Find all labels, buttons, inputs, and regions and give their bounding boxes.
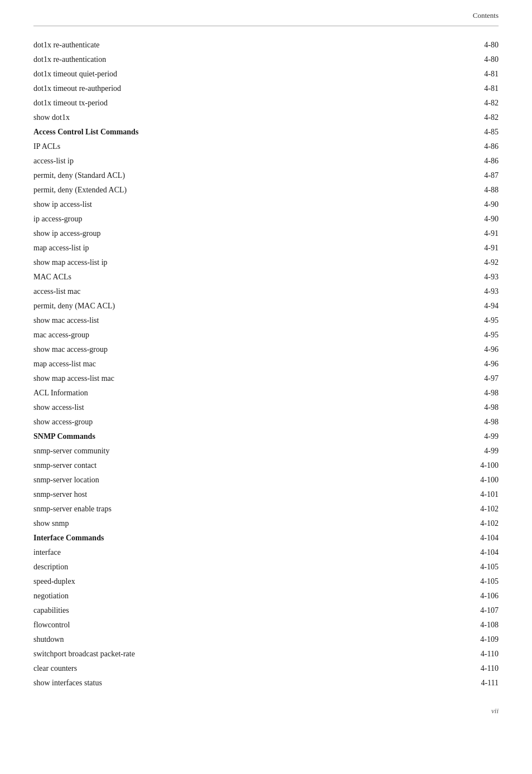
- toc-entry-label: show dot1x: [33, 110, 475, 124]
- toc-page-number: 4-98: [475, 400, 499, 414]
- toc-page-number: 4-86: [475, 153, 499, 168]
- toc-page-number: 4-104: [475, 545, 499, 559]
- toc-row: shutdown4-109: [33, 632, 499, 646]
- toc-page-number: 4-109: [475, 632, 499, 646]
- toc-entry-label: show mac access-group: [33, 342, 475, 356]
- toc-entry-label: switchport broadcast packet-rate: [33, 646, 475, 661]
- toc-entry-label: dot1x re-authentication: [33, 52, 475, 66]
- toc-page-number: 4-101: [475, 487, 499, 501]
- toc-entry-label: show snmp: [33, 516, 475, 530]
- toc-entry-label: show access-list: [33, 400, 475, 414]
- toc-entry-label: description: [33, 559, 475, 574]
- toc-page-number: 4-86: [475, 139, 499, 153]
- toc-page-number: 4-106: [475, 588, 499, 603]
- toc-page-number: 4-85: [475, 124, 499, 139]
- toc-page-number: 4-93: [475, 284, 499, 298]
- toc-entry-label: show map access-list mac: [33, 371, 475, 385]
- toc-row: show access-list4-98: [33, 400, 499, 414]
- toc-entry-label: snmp-server contact: [33, 458, 475, 472]
- toc-page-number: 4-100: [475, 472, 499, 487]
- toc-page-number: 4-94: [475, 298, 499, 313]
- toc-row: permit, deny (Standard ACL)4-87: [33, 168, 499, 182]
- toc-row: show ip access-list4-90: [33, 197, 499, 211]
- toc-page-number: 4-102: [475, 516, 499, 530]
- toc-page-number: 4-105: [475, 574, 499, 588]
- toc-row: show mac access-list4-95: [33, 313, 499, 327]
- header-title: Contents: [473, 11, 499, 20]
- toc-page-number: 4-111: [475, 675, 499, 690]
- toc-entry-label: speed-duplex: [33, 574, 475, 588]
- toc-row: access-list mac4-93: [33, 284, 499, 298]
- toc-page-number: 4-96: [475, 342, 499, 356]
- toc-row: dot1x timeout quiet-period4-81: [33, 66, 499, 81]
- toc-row: Interface Commands4-104: [33, 530, 499, 545]
- toc-entry-label: dot1x timeout re-authperiod: [33, 81, 475, 95]
- toc-page-number: 4-80: [475, 37, 499, 52]
- toc-entry-label: Interface Commands: [33, 530, 475, 545]
- toc-page-number: 4-82: [475, 110, 499, 124]
- toc-row: show interfaces status4-111: [33, 675, 499, 690]
- toc-row: description4-105: [33, 559, 499, 574]
- toc-row: flowcontrol4-108: [33, 617, 499, 632]
- toc-page-number: 4-102: [475, 501, 499, 516]
- toc-row: snmp-server contact4-100: [33, 458, 499, 472]
- toc-row: show map access-list ip4-92: [33, 255, 499, 269]
- toc-entry-label: dot1x timeout quiet-period: [33, 66, 475, 81]
- toc-page-number: 4-81: [475, 66, 499, 81]
- toc-row: ACL Information4-98: [33, 385, 499, 400]
- toc-row: permit, deny (Extended ACL)4-88: [33, 182, 499, 197]
- toc-entry-label: snmp-server host: [33, 487, 475, 501]
- toc-page-number: 4-105: [475, 559, 499, 574]
- toc-page-number: 4-95: [475, 327, 499, 342]
- toc-page-number: 4-104: [475, 530, 499, 545]
- page-footer: vii: [33, 707, 499, 715]
- toc-row: IP ACLs4-86: [33, 139, 499, 153]
- toc-entry-label: MAC ACLs: [33, 269, 475, 284]
- toc-page-number: 4-81: [475, 81, 499, 95]
- toc-row: dot1x timeout re-authperiod4-81: [33, 81, 499, 95]
- toc-row: map access-list ip4-91: [33, 240, 499, 255]
- toc-entry-label: permit, deny (Standard ACL): [33, 168, 475, 182]
- toc-page-number: 4-96: [475, 356, 499, 371]
- toc-entry-label: snmp-server community: [33, 443, 475, 458]
- toc-row: dot1x re-authenticate4-80: [33, 37, 499, 52]
- toc-entry-label: IP ACLs: [33, 139, 475, 153]
- toc-row: capabilities4-107: [33, 603, 499, 617]
- toc-page-number: 4-88: [475, 182, 499, 197]
- toc-page-number: 4-99: [475, 443, 499, 458]
- toc-entry-label: show ip access-list: [33, 197, 475, 211]
- toc-entry-label: show interfaces status: [33, 675, 475, 690]
- toc-row: map access-list mac4-96: [33, 356, 499, 371]
- toc-row: show ip access-group4-91: [33, 226, 499, 240]
- toc-entry-label: dot1x timeout tx-period: [33, 95, 475, 110]
- toc-entry-label: Access Control List Commands: [33, 124, 475, 139]
- toc-row: show dot1x4-82: [33, 110, 499, 124]
- toc-row: dot1x timeout tx-period4-82: [33, 95, 499, 110]
- toc-entry-label: map access-list mac: [33, 356, 475, 371]
- toc-row: MAC ACLs4-93: [33, 269, 499, 284]
- toc-page-number: 4-98: [475, 385, 499, 400]
- toc-row: switchport broadcast packet-rate4-110: [33, 646, 499, 661]
- toc-entry-label: map access-list ip: [33, 240, 475, 255]
- toc-row: show snmp4-102: [33, 516, 499, 530]
- toc-page-number: 4-107: [475, 603, 499, 617]
- toc-page-number: 4-100: [475, 458, 499, 472]
- toc-page-number: 4-108: [475, 617, 499, 632]
- toc-entry-label: access-list ip: [33, 153, 475, 168]
- toc-entry-label: dot1x re-authenticate: [33, 37, 475, 52]
- toc-row: snmp-server location4-100: [33, 472, 499, 487]
- toc-entry-label: show access-group: [33, 414, 475, 429]
- toc-row: mac access-group4-95: [33, 327, 499, 342]
- toc-row: Access Control List Commands4-85: [33, 124, 499, 139]
- toc-row: permit, deny (MAC ACL)4-94: [33, 298, 499, 313]
- toc-entry-label: shutdown: [33, 632, 475, 646]
- toc-page-number: 4-97: [475, 371, 499, 385]
- toc-page-number: 4-90: [475, 197, 499, 211]
- toc-entry-label: SNMP Commands: [33, 429, 475, 443]
- toc-entry-label: interface: [33, 545, 475, 559]
- toc-page-number: 4-82: [475, 95, 499, 110]
- toc-row: dot1x re-authentication4-80: [33, 52, 499, 66]
- page-number: vii: [491, 707, 499, 715]
- toc-entry-label: ip access-group: [33, 211, 475, 226]
- toc-row: speed-duplex4-105: [33, 574, 499, 588]
